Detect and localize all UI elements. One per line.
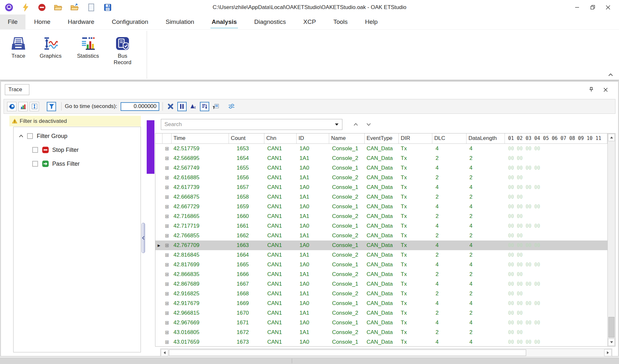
expand-icon[interactable]: ⊞ [162,337,172,346]
stop-icon[interactable] [37,3,46,12]
pass-filter-node[interactable]: Pass Filter [14,159,141,168]
pause-button[interactable] [177,102,187,111]
expand-icon[interactable]: ⊞ [162,279,172,289]
menu-tab-tools[interactable]: Tools [325,15,356,29]
column-header-expand[interactable] [162,133,172,143]
expand-icon[interactable]: ⊞ [162,231,172,241]
ribbon-button-bus-record[interactable]: Bus Record [110,34,135,66]
delta-time-button[interactable]: t [189,102,198,111]
goto-time-input[interactable] [121,102,159,111]
menu-tab-help[interactable]: Help [356,15,386,29]
settings-sliders-button[interactable] [227,102,236,111]
column-header-dir[interactable]: DIR [399,133,432,143]
vertical-scrollbar[interactable] [607,133,615,346]
column-header-state[interactable] [155,133,162,143]
column-header-dlc[interactable]: DLC [432,133,467,143]
column-header-time[interactable]: Time [172,133,229,143]
save-icon[interactable] [103,3,112,12]
panel-splitter-handle[interactable] [142,223,145,253]
ribbon-button-graphics[interactable]: Graphics [35,34,66,59]
table-row[interactable]: ⊞42.9176791669CAN11A0Console_1CAN_DataTx… [155,299,607,308]
ribbon-button-statistics[interactable]: Statistics [73,34,103,59]
menu-tab-home[interactable]: Home [25,15,59,29]
menu-tab-configuration[interactable]: Configuration [103,15,157,29]
close-button[interactable] [600,0,616,15]
stop-filter-node[interactable]: Stop Filter [14,145,141,154]
search-prev-button[interactable] [351,121,360,128]
expand-icon[interactable]: ⊞ [162,318,172,328]
menu-tab-xcp[interactable]: XCP [295,15,325,29]
pin-icon[interactable] [588,86,595,93]
table-row[interactable]: ⊞42.9168251668CAN11A1Console_2CAN_DataTx… [155,289,607,299]
table-row[interactable]: ⊞42.8168451664CAN11A1Console_2CAN_DataTx… [155,250,607,260]
table-row[interactable]: ⊞42.5677491655CAN11A0Console_1CAN_DataTx… [155,163,607,173]
ribbon-collapse-chevron-icon[interactable] [607,73,614,77]
table-row[interactable]: ⊞42.5668951654CAN11A1Console_2CAN_DataTx… [155,153,607,163]
scroll-up-button[interactable] [608,134,615,141]
table-row[interactable]: ⊞42.6668751658CAN11A1Console_2CAN_DataTx… [155,192,607,202]
table-row[interactable]: ⊞42.9668151670CAN11A1Console_2CAN_DataTx… [155,308,607,318]
column-header-count[interactable]: Count [229,133,264,143]
table-row[interactable]: ⊞42.6677291659CAN11A0Console_1CAN_DataTx… [155,202,607,212]
column-header-chn[interactable]: Chn [264,133,297,143]
vertical-scroll-thumb[interactable] [608,317,614,338]
pass-filter-checkbox[interactable] [32,161,38,167]
expand-collapse-rows-button[interactable] [30,102,39,111]
expand-icon[interactable]: ⊞ [162,308,172,318]
horizontal-scroll-thumb[interactable] [169,349,526,356]
expand-icon[interactable]: ⊞ [162,299,172,308]
table-row[interactable]: ⊞42.8668351666CAN11A1Console_2CAN_DataTx… [155,270,607,279]
table-row[interactable]: ⊞42.7168651660CAN11A1Console_2CAN_DataTx… [155,212,607,221]
panel-close-icon[interactable] [602,86,609,93]
table-row[interactable]: ⊞42.9676691671CAN11A0Console_1CAN_DataTx… [155,318,607,328]
expand-icon[interactable]: ⊞ [162,182,172,192]
dropdown-arrow-icon[interactable] [331,123,342,126]
expand-icon[interactable]: ⊞ [162,173,172,182]
restore-button[interactable] [585,0,600,15]
table-row[interactable]: ⊞43.0176591673CAN11A0Console_1CAN_DataTx… [155,337,607,346]
expand-icon[interactable]: ⊞ [162,241,172,250]
expand-icon[interactable]: ⊞ [162,153,172,163]
search-next-button[interactable] [364,121,373,128]
column-header-hexbytes[interactable]: 01 02 03 04 05 06 07 08 09 10 11 [505,133,607,143]
open-folder-icon[interactable] [54,3,63,12]
clear-trace-button[interactable] [166,102,175,111]
search-combobox[interactable]: Search [161,119,342,130]
menu-tab-file[interactable]: File [0,15,25,29]
column-header-name[interactable]: Name [329,133,365,143]
autoscroll-button[interactable] [7,102,16,111]
table-row[interactable]: ⊞42.8676891667CAN11A0Console_1CAN_DataTx… [155,279,607,289]
expand-icon[interactable]: ⊞ [162,144,172,153]
filter-group-checkbox[interactable] [27,133,33,139]
new-document-icon[interactable] [87,3,95,12]
connect-lightning-icon[interactable] [21,3,30,12]
scroll-right-button[interactable] [604,349,612,356]
column-header-id[interactable]: ID [297,133,329,143]
menu-tab-hardware[interactable]: Hardware [59,15,103,29]
filter-settings-button[interactable] [211,102,221,111]
table-row[interactable]: ⊞42.6168851656CAN11A1Console_2CAN_DataTx… [155,173,607,182]
expand-icon[interactable]: ⊞ [162,212,172,221]
table-row[interactable]: ⊞42.6177391657CAN11A0Console_1CAN_DataTx… [155,182,607,192]
expand-icon[interactable]: ⊞ [162,328,172,337]
expand-icon[interactable]: ⊞ [162,270,172,279]
table-row[interactable]: ⊞42.8176991665CAN11A0Console_1CAN_DataTx… [155,260,607,270]
filter-group-node[interactable]: Filter Group [14,132,141,141]
expand-icon[interactable]: ⊞ [162,289,172,299]
trace-panel-tab[interactable]: Trace [5,84,29,95]
statistics-toggle-button[interactable] [18,102,28,111]
scroll-down-button[interactable] [608,339,615,346]
stop-filter-checkbox[interactable] [32,147,38,153]
menu-tab-simulation[interactable]: Simulation [157,15,203,29]
expand-icon[interactable]: ⊞ [162,221,172,231]
menu-tab-analysis[interactable]: Analysis [203,15,245,29]
table-row[interactable]: ⊞43.0168051672CAN11A1Console_2CAN_DataTx… [155,328,607,337]
expand-icon[interactable]: ⊞ [162,192,172,202]
expand-icon[interactable]: ⊞ [162,202,172,212]
import-folder-icon[interactable] [70,3,79,12]
table-row[interactable]: ▶⊞42.7677091663CAN11A0Console_1CAN_DataT… [155,241,607,250]
expand-icon[interactable]: ⊞ [162,163,172,173]
filter-button[interactable] [47,102,56,111]
sort-button[interactable] [200,102,209,111]
minimize-button[interactable] [569,0,585,15]
